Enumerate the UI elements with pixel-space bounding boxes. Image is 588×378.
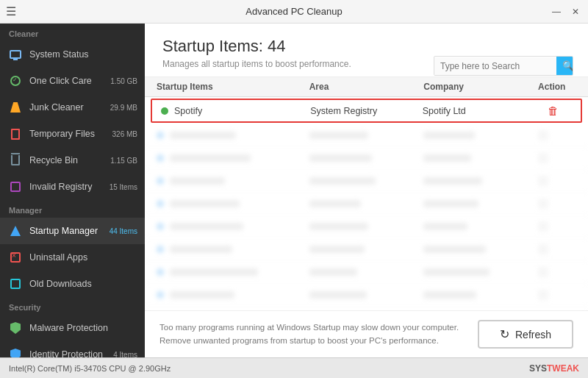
title-bar-left: ☰ Advanced PC Cleanup — [6, 4, 16, 18]
col-header-name: Startup Items — [157, 82, 309, 92]
page-title: Startup Items: 44 — [162, 37, 570, 56]
sidebar-item-startup-manager[interactable]: Startup Manager 44 Items — [0, 218, 145, 244]
shield-id-icon — [7, 346, 24, 357]
table-header: Startup Items Area Company Action — [145, 77, 588, 97]
sidebar-item-temporary-files[interactable]: Temporary Files 326 MB — [0, 121, 145, 147]
badge-identity-protection: 4 Items — [113, 351, 137, 358]
table-row — [145, 215, 588, 238]
brand-sys: SYS — [529, 363, 547, 374]
search-input[interactable] — [434, 57, 556, 75]
badge-temporary-files: 326 MB — [112, 130, 137, 138]
sidebar-item-identity-protection[interactable]: Identity Protection 4 Items — [0, 341, 145, 357]
uninstall-icon — [7, 249, 24, 265]
sidebar-label-old-downloads: Old Downloads — [29, 279, 137, 289]
sidebar-item-old-downloads[interactable]: Old Downloads — [0, 271, 145, 297]
sidebar-item-junk-cleaner[interactable]: Junk Cleaner 29.9 MB — [0, 94, 145, 121]
minimize-button[interactable]: — — [550, 5, 563, 18]
refresh-icon: ↻ — [500, 327, 509, 341]
sidebar-label-malware-protection: Malware Protection — [29, 323, 137, 333]
brand-logo: SYSTWEAK — [529, 363, 579, 374]
status-dot-active — [161, 107, 168, 115]
refresh-button[interactable]: ↻ Refresh — [478, 320, 573, 349]
sidebar-item-uninstall-apps[interactable]: Uninstall Apps — [0, 244, 145, 271]
table-row — [145, 193, 588, 215]
badge-junk-cleaner: 29.9 MB — [110, 104, 137, 112]
app-title: Advanced PC Cleanup — [245, 6, 343, 17]
recycle-icon — [7, 152, 24, 168]
downloads-icon — [7, 276, 24, 292]
refresh-label: Refresh — [515, 329, 551, 340]
bottom-bar: Intel(R) Core(TM) i5-3470S CPU @ 2.90GHz… — [0, 357, 588, 378]
sidebar-item-malware-protection[interactable]: Malware Protection — [0, 315, 145, 341]
section-label-manager: Manager — [0, 200, 145, 218]
monitor-icon — [7, 46, 24, 63]
badge-one-click-care: 1.50 GB — [110, 77, 137, 85]
search-button[interactable]: 🔍 — [556, 57, 573, 75]
section-label-cleaner: Cleaner — [0, 24, 145, 41]
broom-icon — [7, 99, 24, 115]
startup-table: Startup Items Area Company Action Spotif… — [145, 77, 588, 310]
table-row — [145, 284, 588, 307]
sidebar-label-identity-protection: Identity Protection — [29, 349, 113, 357]
cpu-info: Intel(R) Core(TM) i5-3470S CPU @ 2.90GHz — [9, 364, 171, 373]
close-button[interactable]: ✕ — [569, 5, 582, 18]
care-icon — [7, 73, 24, 89]
sidebar-label-recycle-bin: Recycle Bin — [29, 155, 110, 165]
sidebar-label-temporary-files: Temporary Files — [29, 129, 112, 139]
row-name-spotify: Spotify — [161, 106, 310, 116]
sidebar-item-system-status[interactable]: System Status — [0, 41, 145, 68]
badge-recycle-bin: 1.15 GB — [110, 157, 137, 165]
section-label-security: Security — [0, 297, 145, 315]
sidebar-item-recycle-bin[interactable]: Recycle Bin 1.15 GB — [0, 147, 145, 174]
shield-malware-icon — [7, 320, 24, 336]
table-row — [145, 261, 588, 284]
brand-tweak: TWEAK — [547, 363, 579, 374]
content-footer: Too many programs running at Windows Sta… — [145, 310, 588, 357]
startup-item-area: System Registry — [310, 106, 422, 116]
sidebar-label-uninstall-apps: Uninstall Apps — [29, 252, 137, 263]
sidebar-item-invalid-registry[interactable]: Invalid Registry 15 Items — [0, 174, 145, 200]
table-row — [145, 147, 588, 170]
startup-item-name: Spotify — [174, 106, 202, 116]
startup-icon — [7, 223, 24, 239]
sidebar-item-one-click-care[interactable]: One Click Care 1.50 GB — [0, 68, 145, 94]
footer-text: Too many programs running at Windows Sta… — [159, 321, 478, 347]
badge-startup-manager: 44 Items — [110, 227, 137, 235]
sidebar-label-one-click-care: One Click Care — [29, 76, 110, 86]
sidebar-label-system-status: System Status — [29, 49, 137, 60]
registry-icon — [7, 179, 24, 195]
file-icon — [7, 126, 24, 142]
main-container: Cleaner System Status One Click Care 1.5… — [0, 24, 588, 357]
table-row — [145, 124, 588, 147]
sidebar-label-invalid-registry: Invalid Registry — [29, 182, 110, 192]
title-bar: ☰ Advanced PC Cleanup — ✕ — [0, 0, 588, 24]
delete-icon[interactable]: 🗑 — [534, 104, 572, 117]
sidebar-label-junk-cleaner: Junk Cleaner — [29, 102, 110, 113]
content-area: 🔍 Startup Items: 44 Manages all startup … — [145, 24, 588, 357]
hamburger-icon[interactable]: ☰ — [6, 4, 16, 18]
sidebar: Cleaner System Status One Click Care 1.5… — [0, 24, 145, 357]
title-bar-controls: — ✕ — [550, 5, 582, 18]
startup-item-company: Spotify Ltd — [423, 106, 534, 116]
col-header-action: Action — [538, 82, 576, 92]
sidebar-label-startup-manager: Startup Manager — [29, 226, 110, 236]
search-bar: 🔍 — [434, 56, 573, 76]
col-header-company: Company — [423, 82, 538, 92]
badge-invalid-registry: 15 Items — [110, 183, 137, 191]
col-header-area: Area — [309, 82, 424, 92]
table-row — [145, 170, 588, 193]
table-row — [145, 238, 588, 261]
table-row-highlighted: Spotify System Registry Spotify Ltd 🗑 — [151, 99, 582, 123]
